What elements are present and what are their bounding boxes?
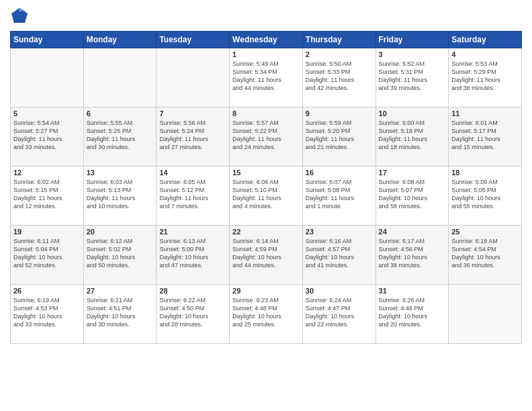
calendar-cell: 3Sunrise: 5:52 AM Sunset: 5:31 PM Daylig… [375,48,449,107]
calendar-table: SundayMondayTuesdayWednesdayThursdayFrid… [10,31,522,344]
calendar-week-row: 12Sunrise: 6:02 AM Sunset: 5:15 PM Dayli… [11,167,522,226]
day-info: Sunrise: 6:14 AM Sunset: 4:59 PM Dayligh… [232,237,300,270]
day-number: 27 [87,287,154,295]
calendar-cell: 25Sunrise: 6:18 AM Sunset: 4:54 PM Dayli… [449,226,522,285]
day-number: 3 [379,50,446,58]
calendar-week-row: 26Sunrise: 6:19 AM Sunset: 4:53 PM Dayli… [11,285,522,344]
day-info: Sunrise: 6:26 AM Sunset: 4:46 PM Dayligh… [379,296,446,329]
day-info: Sunrise: 6:18 AM Sunset: 4:54 PM Dayligh… [451,237,519,270]
day-info: Sunrise: 5:54 AM Sunset: 5:27 PM Dayligh… [13,119,81,152]
day-number: 1 [232,50,300,58]
day-info: Sunrise: 5:56 AM Sunset: 5:24 PM Dayligh… [159,119,226,152]
calendar-cell: 22Sunrise: 6:14 AM Sunset: 4:59 PM Dayli… [230,226,303,285]
calendar-cell: 9Sunrise: 5:59 AM Sunset: 5:20 PM Daylig… [302,107,375,167]
calendar-cell: 11Sunrise: 6:01 AM Sunset: 5:17 PM Dayli… [449,107,522,167]
calendar-cell: 8Sunrise: 5:57 AM Sunset: 5:22 PM Daylig… [230,107,303,167]
day-number: 28 [159,287,226,295]
calendar-weekday-saturday: Saturday [449,32,522,48]
day-info: Sunrise: 6:17 AM Sunset: 4:56 PM Dayligh… [379,237,446,270]
calendar-cell [157,48,230,107]
header [10,7,522,26]
day-info: Sunrise: 5:55 AM Sunset: 5:25 PM Dayligh… [87,119,154,152]
day-info: Sunrise: 5:59 AM Sunset: 5:20 PM Dayligh… [306,119,373,152]
day-number: 18 [451,169,519,177]
calendar-cell: 13Sunrise: 6:03 AM Sunset: 5:13 PM Dayli… [83,167,157,226]
day-number: 12 [13,169,81,177]
day-info: Sunrise: 6:16 AM Sunset: 4:57 PM Dayligh… [306,237,373,270]
calendar-cell: 10Sunrise: 6:00 AM Sunset: 5:18 PM Dayli… [375,107,449,167]
calendar-weekday-wednesday: Wednesday [230,32,303,48]
calendar-cell: 4Sunrise: 5:53 AM Sunset: 5:29 PM Daylig… [449,48,522,107]
day-info: Sunrise: 6:12 AM Sunset: 5:02 PM Dayligh… [87,237,154,270]
day-info: Sunrise: 6:21 AM Sunset: 4:51 PM Dayligh… [87,296,154,329]
calendar-cell: 24Sunrise: 6:17 AM Sunset: 4:56 PM Dayli… [375,226,449,285]
calendar-cell [449,285,522,344]
day-info: Sunrise: 6:07 AM Sunset: 5:08 PM Dayligh… [306,178,373,211]
day-info: Sunrise: 6:23 AM Sunset: 4:48 PM Dayligh… [232,296,300,329]
logo [10,7,30,26]
calendar-cell: 19Sunrise: 6:11 AM Sunset: 5:04 PM Dayli… [11,226,84,285]
day-info: Sunrise: 5:49 AM Sunset: 5:34 PM Dayligh… [232,60,300,93]
day-number: 16 [306,169,373,177]
day-number: 10 [379,109,446,118]
day-info: Sunrise: 6:13 AM Sunset: 5:00 PM Dayligh… [159,237,226,270]
calendar-cell: 23Sunrise: 6:16 AM Sunset: 4:57 PM Dayli… [302,226,375,285]
day-number: 13 [87,169,154,177]
day-number: 2 [306,50,373,58]
day-number: 31 [379,287,446,295]
day-number: 17 [379,169,446,177]
calendar-header-row: SundayMondayTuesdayWednesdayThursdayFrid… [11,32,522,48]
day-number: 19 [13,228,81,236]
calendar-cell: 12Sunrise: 6:02 AM Sunset: 5:15 PM Dayli… [11,167,84,226]
day-info: Sunrise: 6:00 AM Sunset: 5:18 PM Dayligh… [379,119,446,152]
day-info: Sunrise: 5:53 AM Sunset: 5:29 PM Dayligh… [451,60,519,93]
calendar-cell: 29Sunrise: 6:23 AM Sunset: 4:48 PM Dayli… [230,285,303,344]
day-info: Sunrise: 5:50 AM Sunset: 5:33 PM Dayligh… [306,60,373,93]
day-info: Sunrise: 6:08 AM Sunset: 5:07 PM Dayligh… [379,178,446,211]
calendar-cell: 14Sunrise: 6:05 AM Sunset: 5:12 PM Dayli… [157,167,230,226]
page: SundayMondayTuesdayWednesdayThursdayFrid… [0,0,532,411]
day-number: 4 [451,50,519,58]
calendar-cell: 7Sunrise: 5:56 AM Sunset: 5:24 PM Daylig… [157,107,230,167]
day-number: 25 [451,228,519,236]
day-number: 8 [232,109,300,118]
day-number: 29 [232,287,300,295]
day-number: 26 [13,287,81,295]
day-info: Sunrise: 6:11 AM Sunset: 5:04 PM Dayligh… [13,237,81,270]
calendar-cell: 6Sunrise: 5:55 AM Sunset: 5:25 PM Daylig… [83,107,157,167]
calendar-cell: 2Sunrise: 5:50 AM Sunset: 5:33 PM Daylig… [302,48,375,107]
day-number: 5 [13,109,81,118]
calendar-cell: 28Sunrise: 6:22 AM Sunset: 4:50 PM Dayli… [157,285,230,344]
day-number: 14 [159,169,226,177]
day-number: 30 [306,287,373,295]
calendar-weekday-thursday: Thursday [302,32,375,48]
day-info: Sunrise: 6:19 AM Sunset: 4:53 PM Dayligh… [13,296,81,329]
day-number: 24 [379,228,446,236]
day-number: 20 [87,228,154,236]
calendar-weekday-friday: Friday [375,32,449,48]
day-number: 21 [159,228,226,236]
day-number: 23 [306,228,373,236]
calendar-week-row: 5Sunrise: 5:54 AM Sunset: 5:27 PM Daylig… [11,107,522,167]
calendar-cell: 26Sunrise: 6:19 AM Sunset: 4:53 PM Dayli… [11,285,84,344]
calendar-cell: 5Sunrise: 5:54 AM Sunset: 5:27 PM Daylig… [11,107,84,167]
calendar-cell: 16Sunrise: 6:07 AM Sunset: 5:08 PM Dayli… [302,167,375,226]
calendar-cell: 30Sunrise: 6:24 AM Sunset: 4:47 PM Dayli… [302,285,375,344]
calendar-cell [11,48,84,107]
day-info: Sunrise: 5:57 AM Sunset: 5:22 PM Dayligh… [232,119,300,152]
calendar-cell: 20Sunrise: 6:12 AM Sunset: 5:02 PM Dayli… [83,226,157,285]
calendar-week-row: 19Sunrise: 6:11 AM Sunset: 5:04 PM Dayli… [11,226,522,285]
calendar-weekday-tuesday: Tuesday [157,32,230,48]
day-info: Sunrise: 6:05 AM Sunset: 5:12 PM Dayligh… [159,178,226,211]
day-number: 15 [232,169,300,177]
day-info: Sunrise: 6:06 AM Sunset: 5:10 PM Dayligh… [232,178,300,211]
logo-icon [10,7,29,26]
calendar-cell: 27Sunrise: 6:21 AM Sunset: 4:51 PM Dayli… [83,285,157,344]
day-info: Sunrise: 6:22 AM Sunset: 4:50 PM Dayligh… [159,296,226,329]
calendar-cell: 21Sunrise: 6:13 AM Sunset: 5:00 PM Dayli… [157,226,230,285]
calendar-cell [83,48,157,107]
calendar-cell: 31Sunrise: 6:26 AM Sunset: 4:46 PM Dayli… [375,285,449,344]
day-info: Sunrise: 6:09 AM Sunset: 5:05 PM Dayligh… [451,178,519,211]
day-number: 9 [306,109,373,118]
calendar-cell: 1Sunrise: 5:49 AM Sunset: 5:34 PM Daylig… [230,48,303,107]
